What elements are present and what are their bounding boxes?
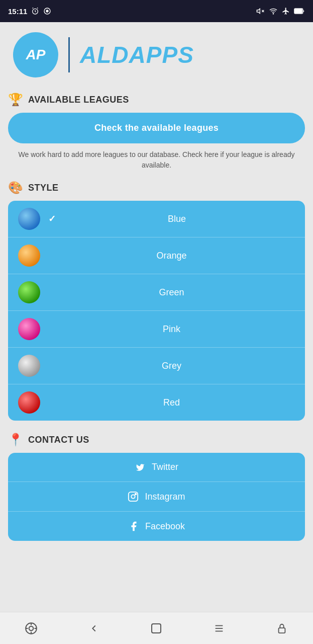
mute-icon	[256, 7, 265, 15]
svg-point-12	[132, 495, 135, 498]
nav-recent-icon[interactable]	[206, 616, 232, 641]
facebook-icon	[128, 521, 139, 532]
contact-header: 📍 CONTACT US	[8, 433, 305, 447]
battery-icon	[294, 8, 305, 15]
contact-title: CONTACT US	[28, 435, 89, 445]
logo-name-bold: PPS	[146, 42, 194, 68]
contact-list: Twitter Instagram Facebook	[8, 453, 305, 541]
instagram-icon	[128, 491, 139, 502]
wifi-icon	[269, 7, 278, 15]
ball-pink	[18, 318, 40, 340]
ball-blue	[18, 208, 40, 230]
logo-abbr: AP	[26, 47, 46, 63]
color-list: ✓ Blue Orange Green Pink Grey	[8, 201, 305, 421]
contact-item-instagram[interactable]: Instagram	[8, 482, 305, 512]
contact-item-twitter[interactable]: Twitter	[8, 453, 305, 482]
nav-bar	[0, 612, 313, 644]
color-item-green[interactable]: Green	[8, 274, 305, 311]
svg-line-2	[37, 8, 38, 8]
ball-orange	[18, 245, 40, 267]
label-red: Red	[48, 397, 295, 408]
label-grey: Grey	[48, 361, 295, 371]
status-bar: 15:11	[0, 0, 313, 22]
nav-back-icon[interactable]	[81, 616, 107, 641]
alarm-icon	[31, 7, 39, 15]
svg-rect-20	[152, 624, 161, 633]
svg-point-15	[29, 626, 34, 630]
style-section: 🎨 STYLE ✓ Blue Orange Green	[8, 181, 305, 421]
label-blue: Blue	[59, 214, 295, 224]
svg-point-3	[46, 10, 48, 12]
leagues-description: We work hard to add more leagues to our …	[8, 149, 305, 171]
ball-green	[18, 281, 40, 303]
label-orange: Orange	[48, 251, 295, 261]
leagues-emoji: 🏆	[8, 93, 23, 107]
style-header: 🎨 STYLE	[8, 181, 305, 195]
check-leagues-button[interactable]: Check the available leagues	[8, 113, 305, 143]
logo-circle: AP	[13, 32, 58, 77]
logo-section: AP ALDAPPS	[8, 22, 305, 88]
svg-rect-24	[278, 628, 285, 633]
contact-emoji: 📍	[8, 433, 23, 447]
contact-item-facebook[interactable]: Facebook	[8, 512, 305, 541]
color-item-red[interactable]: Red	[8, 384, 305, 421]
nav-game-icon[interactable]	[19, 616, 44, 641]
status-time: 15:11	[8, 7, 27, 16]
ball-grey	[18, 355, 40, 377]
logo-divider	[68, 37, 70, 72]
svg-rect-10	[295, 9, 302, 13]
style-emoji: 🎨	[8, 181, 23, 195]
twitter-icon	[135, 463, 146, 472]
contact-section: 📍 CONTACT US Twitter Instagram	[8, 433, 305, 541]
check-blue: ✓	[48, 213, 56, 224]
color-item-blue[interactable]: ✓ Blue	[8, 201, 305, 237]
color-item-pink[interactable]: Pink	[8, 311, 305, 348]
svg-marker-5	[257, 9, 260, 13]
status-right	[256, 7, 305, 15]
label-pink: Pink	[48, 324, 295, 335]
label-green: Green	[48, 287, 295, 298]
record-icon	[43, 7, 51, 15]
logo-text: ALDAPPS	[80, 41, 194, 68]
available-leagues-header: 🏆 AVAILABLE LEAGUES	[8, 93, 305, 107]
svg-line-1	[33, 8, 33, 8]
twitter-label: Twitter	[152, 462, 178, 472]
ball-red	[18, 391, 40, 414]
color-item-orange[interactable]: Orange	[8, 237, 305, 274]
instagram-label: Instagram	[145, 492, 185, 502]
airplane-icon	[282, 7, 290, 15]
facebook-label: Facebook	[145, 521, 185, 532]
style-title: STYLE	[28, 183, 59, 193]
svg-point-13	[135, 494, 137, 495]
status-left: 15:11	[8, 7, 51, 16]
svg-point-8	[273, 14, 273, 14]
nav-lock-icon[interactable]	[269, 616, 294, 641]
main-content: AP ALDAPPS 🏆 AVAILABLE LEAGUES Check the…	[0, 22, 313, 612]
color-item-grey[interactable]: Grey	[8, 348, 305, 384]
nav-home-icon[interactable]	[144, 616, 169, 641]
logo-name-light: ALDA	[80, 42, 146, 68]
leagues-title: AVAILABLE LEAGUES	[28, 95, 129, 105]
